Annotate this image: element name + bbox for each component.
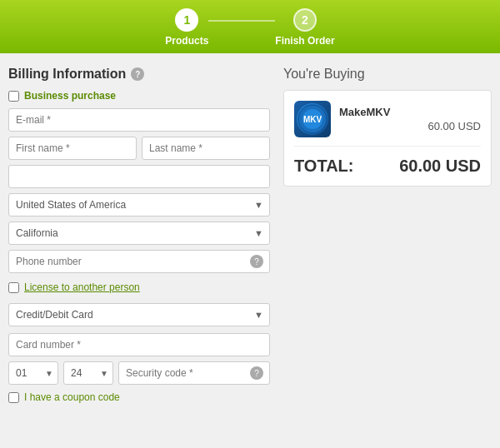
security-code-wrapper: ? [118, 361, 270, 385]
step-1-label: Products [165, 35, 208, 47]
name-row [8, 137, 270, 160]
coupon-row: I have a coupon code [8, 391, 270, 403]
country-select[interactable]: United States of America [8, 193, 270, 217]
main-content: Billing Information ? Business purchase … [0, 53, 500, 448]
step-2-label: Finish Order [275, 35, 334, 47]
step-1: 1 Products [165, 8, 208, 47]
expiry-month-wrapper: 01020304 05060708 09101112 ▼ [8, 361, 58, 385]
business-checkbox[interactable] [8, 91, 19, 102]
billing-title: Billing Information [8, 67, 126, 82]
license-label[interactable]: License to another person [24, 281, 140, 293]
phone-help-icon[interactable]: ? [250, 255, 263, 268]
security-code-field[interactable] [118, 361, 270, 385]
expiry-year-wrapper: 24252627 282930 ▼ [63, 361, 113, 385]
order-summary-title: You're Buying [283, 67, 492, 82]
product-logo-svg: MKV [298, 104, 328, 134]
license-checkbox[interactable] [8, 282, 19, 293]
license-row: License to another person [8, 281, 270, 293]
step-connector [208, 20, 275, 22]
total-row: TOTAL: 60.00 USD [294, 157, 481, 176]
step-2: 2 Finish Order [275, 8, 334, 47]
coupon-label[interactable]: I have a coupon code [24, 391, 120, 403]
expiry-security-row: 01020304 05060708 09101112 ▼ 24252627 28… [8, 361, 270, 385]
business-checkbox-row: Business purchase [8, 90, 270, 102]
product-price: 60.00 USD [339, 120, 481, 132]
svg-text:MKV: MKV [303, 115, 322, 124]
billing-section: Billing Information ? Business purchase … [8, 67, 270, 440]
expiry-year-select[interactable]: 24252627 282930 [63, 361, 113, 385]
coupon-checkbox[interactable] [8, 392, 19, 403]
product-info: MakeMKV 60.00 USD [339, 106, 481, 132]
state-select-wrapper: California ▼ [8, 222, 270, 245]
email-field[interactable] [8, 108, 270, 132]
product-logo-inner: MKV [297, 103, 328, 135]
total-amount: 60.00 USD [399, 157, 481, 176]
step-2-circle: 2 [293, 8, 317, 32]
phone-field[interactable] [8, 250, 270, 273]
card-number-row [8, 333, 270, 356]
product-row: MKV MakeMKV 60.00 USD [294, 101, 481, 147]
payment-method-select[interactable]: Credit/Debit Card PayPal Wire Transfer [8, 303, 270, 326]
security-help-icon[interactable]: ? [250, 366, 263, 380]
product-card: MKV MakeMKV 60.00 USD TOTAL: 60.00 USD [283, 90, 492, 187]
business-checkbox-label[interactable]: Business purchase [24, 90, 116, 102]
country-select-wrapper: United States of America ▼ [8, 193, 270, 217]
last-name-field[interactable] [142, 137, 270, 160]
first-name-field[interactable] [8, 137, 137, 160]
billing-help-icon[interactable]: ? [131, 67, 144, 81]
license-link[interactable]: License to another person [24, 281, 140, 293]
progress-bar: 1 Products 2 Finish Order [0, 0, 500, 53]
payment-method-wrapper: Credit/Debit Card PayPal Wire Transfer ▼ [8, 303, 270, 326]
phone-row: ? [8, 250, 270, 273]
total-label: TOTAL: [294, 157, 353, 176]
state-select[interactable]: California [8, 222, 270, 245]
zip-field[interactable]: 90014 [8, 165, 270, 188]
expiry-month-select[interactable]: 01020304 05060708 09101112 [8, 361, 58, 385]
card-number-field[interactable] [8, 333, 270, 356]
order-summary-section: You're Buying MKV MakeMKV 60.00 USD [283, 67, 492, 440]
product-name: MakeMKV [339, 106, 481, 118]
billing-title-row: Billing Information ? [8, 67, 270, 82]
step-1-circle: 1 [175, 8, 198, 32]
product-logo: MKV [294, 101, 331, 137]
